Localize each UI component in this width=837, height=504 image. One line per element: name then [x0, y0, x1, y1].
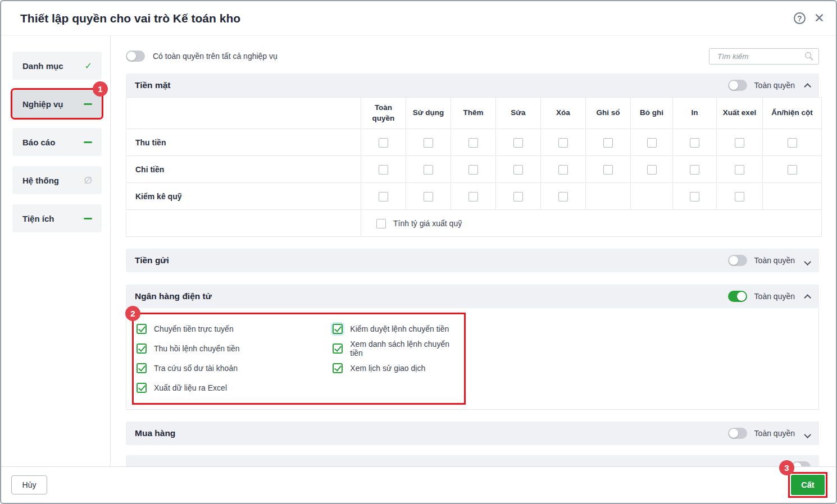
permission-checkbox[interactable] — [647, 165, 657, 175]
permission-checkbox[interactable] — [690, 138, 699, 148]
sidebar-item-he-thong[interactable]: Hệ thống∅ — [12, 166, 102, 194]
step-badge-3: 3 — [779, 460, 794, 475]
full-permission-toggle[interactable] — [728, 80, 747, 91]
save-button[interactable]: Cất — [791, 475, 825, 495]
dialog-footer: Hủy 3 Cất — [1, 466, 836, 503]
permission-checkbox[interactable] — [468, 138, 478, 148]
section-title: Mua hàng — [135, 428, 175, 438]
option-checkbox[interactable] — [333, 363, 343, 373]
full-permission-toggle[interactable] — [728, 255, 747, 266]
permission-checkbox[interactable] — [424, 165, 433, 175]
option-label: Tra cứu số dư tài khoản — [154, 364, 238, 373]
full-permission-toggle[interactable] — [791, 461, 811, 466]
permission-checkbox[interactable] — [558, 138, 568, 148]
extra-option-label: Tính tỷ giá xuất quỹ — [393, 219, 462, 228]
option-label: Kiểm duyệt lệnh chuyển tiền — [350, 324, 449, 333]
option-label: Xem lịch sử giao dịch — [350, 364, 425, 373]
sidebar-item-tien-ich[interactable]: Tiện ích — [12, 204, 102, 232]
table-row: Kiểm kê quỹ — [126, 183, 822, 210]
full-permission-toggle[interactable] — [728, 291, 747, 302]
permission-cell — [673, 156, 717, 183]
row-label: Chi tiền — [126, 156, 361, 183]
permission-checkbox[interactable] — [788, 138, 797, 148]
permission-checkbox[interactable] — [424, 192, 433, 201]
permission-cell — [541, 156, 586, 183]
all-permissions-toggle[interactable] — [126, 51, 145, 62]
sidebar-item-bao-cao[interactable]: Báo cáo — [12, 128, 102, 156]
permission-checkbox[interactable] — [558, 165, 568, 175]
section-list: Tiền mặtToàn quyềnToàn quyềnSử dụngThêmS… — [126, 74, 819, 466]
row-label-empty — [126, 210, 361, 237]
section-header-partial-section[interactable] — [126, 455, 819, 466]
option-checkbox[interactable] — [137, 383, 147, 393]
option-item: Chuyển tiền trực tuyến — [137, 323, 333, 335]
option-checkbox[interactable] — [333, 343, 343, 354]
full-permission-label: Toàn quyền — [754, 292, 795, 301]
extra-option-checkbox[interactable] — [376, 219, 386, 228]
cancel-button[interactable]: Hủy — [11, 475, 47, 494]
sidebar-item-label: Nghiệp vụ — [22, 99, 63, 109]
permission-checkbox[interactable] — [558, 192, 568, 201]
column-header: Bỏ ghi — [631, 98, 673, 129]
column-header: Xuất exel — [717, 98, 763, 129]
permission-checkbox[interactable] — [379, 138, 388, 148]
permission-cell — [451, 156, 496, 183]
sidebar-item-danh-muc[interactable]: Danh mục✓ — [12, 52, 102, 80]
section-header-ngan-hang-dien-tu[interactable]: Ngân hàng điện tửToàn quyền — [126, 285, 819, 308]
option-label: Xuất dữ liệu ra Excel — [154, 383, 227, 392]
permission-checkbox[interactable] — [468, 192, 478, 201]
permission-cell — [496, 183, 541, 210]
check-icon: ✓ — [85, 61, 92, 71]
column-header: Toàn quyền — [361, 98, 406, 129]
section-header-controls: Toàn quyền — [728, 80, 811, 91]
sidebar: Danh mục✓Nghiệp vụ1Báo cáoHệ thống∅Tiện … — [1, 36, 111, 466]
section-header-tien-mat[interactable]: Tiền mặtToàn quyền — [126, 74, 819, 97]
chevron-up-icon[interactable] — [804, 294, 811, 301]
section-header-tien-gui[interactable]: Tiền gửiToàn quyền — [126, 249, 819, 272]
section-body: 2Chuyển tiền trực tuyếnThu hồi lệnh chuy… — [126, 308, 819, 410]
search-input[interactable] — [716, 52, 804, 61]
permission-checkbox[interactable] — [513, 165, 523, 175]
permission-checkbox[interactable] — [735, 165, 744, 175]
extra-option-cell: Tính tỷ giá xuất quỹ — [361, 210, 822, 237]
section-header-mua-hang[interactable]: Mua hàngToàn quyền — [126, 421, 819, 445]
close-icon[interactable]: ✕ — [814, 12, 825, 25]
chevron-down-icon[interactable] — [804, 258, 811, 265]
option-checkbox[interactable] — [333, 324, 343, 334]
option-checkbox[interactable] — [137, 324, 147, 334]
permission-checkbox[interactable] — [735, 138, 744, 148]
chevron-down-icon[interactable] — [804, 431, 811, 438]
permission-checkbox[interactable] — [647, 138, 657, 148]
help-icon[interactable]: ? — [794, 12, 806, 24]
permission-cell — [673, 183, 717, 210]
permission-checkbox[interactable] — [788, 165, 797, 175]
permission-cell — [763, 129, 822, 156]
permission-checkbox[interactable] — [468, 165, 478, 175]
permission-cell — [586, 156, 631, 183]
permission-checkbox[interactable] — [603, 165, 613, 175]
permission-checkbox[interactable] — [424, 138, 433, 148]
column-header: Sử dụng — [406, 98, 451, 129]
option-checkbox[interactable] — [137, 363, 147, 373]
permission-checkbox[interactable] — [690, 192, 699, 201]
permission-checkbox[interactable] — [690, 165, 699, 175]
full-permission-label: Toàn quyền — [754, 81, 795, 90]
permission-checkbox[interactable] — [513, 192, 523, 201]
permission-cell — [586, 129, 631, 156]
sidebar-item-nghiep-vu[interactable]: Nghiệp vụ1 — [12, 90, 102, 118]
full-permission-toggle[interactable] — [728, 428, 747, 439]
section-header-controls: Toàn quyền — [728, 428, 811, 439]
permission-checkbox[interactable] — [379, 192, 388, 201]
permission-checkbox[interactable] — [513, 138, 523, 148]
permission-checkbox[interactable] — [379, 165, 388, 175]
table-row: Chi tiền — [126, 156, 822, 183]
chevron-up-icon[interactable] — [804, 83, 811, 90]
permission-cell — [631, 129, 673, 156]
permission-checkbox[interactable] — [735, 192, 744, 201]
permission-checkbox[interactable] — [603, 138, 613, 148]
dash-icon — [84, 218, 92, 219]
option-checkbox[interactable] — [137, 343, 147, 354]
step-badge-1: 1 — [93, 81, 108, 97]
permission-cell — [496, 156, 541, 183]
dialog-header: Thiết lập quyền cho vai trò Kế toán kho … — [1, 1, 836, 36]
